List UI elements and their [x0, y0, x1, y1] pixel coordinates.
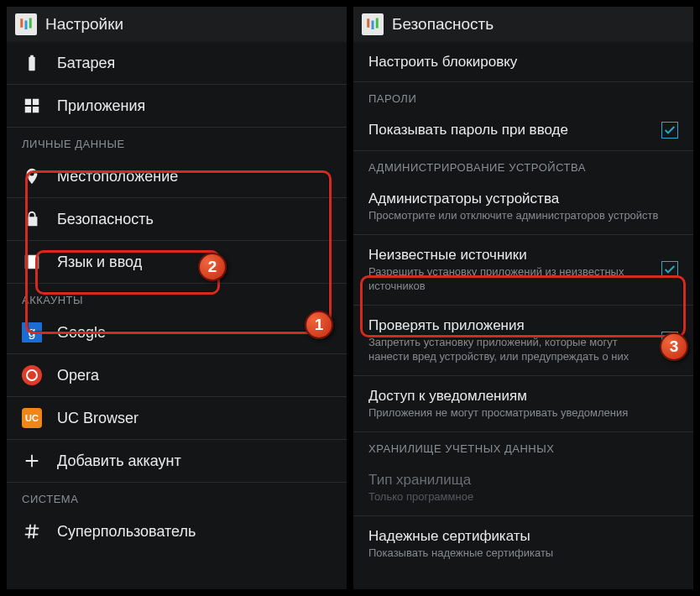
label-notif-access: Доступ к уведомлениям [368, 387, 678, 405]
item-security[interactable]: Безопасность [7, 198, 347, 241]
item-storage-type: Тип хранилища Только программное [353, 460, 693, 516]
item-configure-lock[interactable]: Настроить блокировку [353, 42, 693, 82]
title-settings: Настройки [45, 15, 123, 34]
item-language[interactable]: Язык и ввод [7, 241, 347, 284]
settings-screen: Настройки Батарея Приложения ЛИЧНЫЕ ДАНН… [7, 7, 347, 589]
hash-icon [22, 521, 42, 541]
settings-app-icon [15, 13, 37, 35]
label-unknown-sources: Неизвестные источники [368, 246, 653, 264]
label-opera: Opera [57, 367, 99, 384]
item-verify-apps[interactable]: Проверять приложения Запретить установку… [353, 306, 693, 376]
titlebar-settings: Настройки [7, 7, 347, 42]
header-accounts: АККАУНТЫ [7, 284, 347, 311]
label-superuser: Суперпользователь [57, 523, 196, 541]
lock-icon [22, 209, 42, 229]
svg-rect-0 [20, 18, 23, 28]
item-trusted-certs[interactable]: Надежные сертификаты Показывать надежные… [353, 516, 693, 572]
badge-1: 1 [305, 311, 333, 339]
titlebar-security: Безопасность [353, 7, 693, 42]
item-notif-access[interactable]: Доступ к уведомлениям Приложения не могу… [353, 376, 693, 432]
sub-storage-type: Только программное [368, 490, 678, 505]
security-screen: Безопасность Настроить блокировку ПАРОЛИ… [353, 7, 693, 589]
label-storage-type: Тип хранилища [368, 471, 678, 489]
checkbox-unknown-sources[interactable] [661, 261, 678, 278]
uc-icon: UC [22, 408, 42, 428]
badge-3: 3 [660, 332, 688, 361]
location-icon [22, 166, 42, 186]
apps-icon [22, 96, 42, 116]
header-personal: ЛИЧНЫЕ ДАННЫЕ [7, 128, 347, 155]
item-opera[interactable]: Opera [7, 354, 347, 397]
battery-icon [22, 53, 42, 73]
label-trusted-certs: Надежные сертификаты [368, 527, 678, 545]
header-device-admin: АДМИНИСТРИРОВАНИЕ УСТРОЙСТВА [353, 151, 693, 179]
label-verify-apps: Проверять приложения [368, 316, 653, 334]
item-add-account[interactable]: Добавить аккаунт [7, 440, 347, 483]
language-icon [22, 252, 42, 272]
item-show-password[interactable]: Показывать пароль при вводе [353, 110, 693, 150]
header-passwords: ПАРОЛИ [353, 82, 693, 110]
sub-verify-apps: Запретить установку приложений, которые … [368, 336, 653, 364]
item-uc[interactable]: UC UC Browser [7, 397, 347, 440]
title-security: Безопасность [392, 15, 494, 34]
item-location[interactable]: Местоположение [7, 155, 347, 198]
label-show-password: Показывать пароль при вводе [368, 121, 653, 139]
plus-icon [22, 451, 42, 471]
item-unknown-sources[interactable]: Неизвестные источники Разрешить установк… [353, 235, 693, 306]
sub-notif-access: Приложения не могут просматривать уведом… [368, 406, 678, 421]
sub-device-admins: Просмотрите или отключите администраторо… [368, 209, 678, 223]
svg-rect-4 [367, 18, 369, 28]
label-google: Google [57, 324, 106, 342]
label-language: Язык и ввод [57, 254, 142, 271]
header-system: СИСТЕМА [7, 483, 347, 510]
item-apps[interactable]: Приложения [7, 85, 347, 128]
label-location: Местоположение [57, 168, 178, 186]
label-device-admins: Администраторы устройства [368, 190, 678, 207]
settings-app-icon-2 [362, 13, 384, 35]
sub-unknown-sources: Разрешить установку приложений из неизве… [368, 265, 653, 294]
badge-2: 2 [198, 253, 227, 281]
item-google[interactable]: g Google [7, 311, 347, 354]
label-security: Безопасность [57, 211, 154, 228]
label-apps: Приложения [57, 97, 145, 115]
label-configure-lock: Настроить блокировку [368, 53, 678, 71]
header-credentials: ХРАНИЛИЩЕ УЧЕТНЫХ ДАННЫХ [353, 432, 693, 460]
label-uc: UC Browser [57, 410, 138, 427]
opera-icon [22, 365, 42, 385]
item-battery[interactable]: Батарея [7, 42, 347, 85]
label-add-account: Добавить аккаунт [57, 452, 181, 470]
checkbox-show-password[interactable] [661, 122, 678, 139]
svg-rect-6 [376, 18, 379, 29]
svg-rect-1 [25, 21, 28, 30]
google-icon: g [22, 322, 42, 342]
item-device-admins[interactable]: Администраторы устройства Просмотрите ил… [353, 179, 693, 235]
svg-rect-5 [372, 21, 374, 30]
label-battery: Батарея [57, 55, 115, 72]
item-superuser[interactable]: Суперпользователь [7, 510, 347, 552]
sub-trusted-certs: Показывать надежные сертификаты [368, 546, 678, 561]
svg-rect-2 [29, 18, 32, 29]
